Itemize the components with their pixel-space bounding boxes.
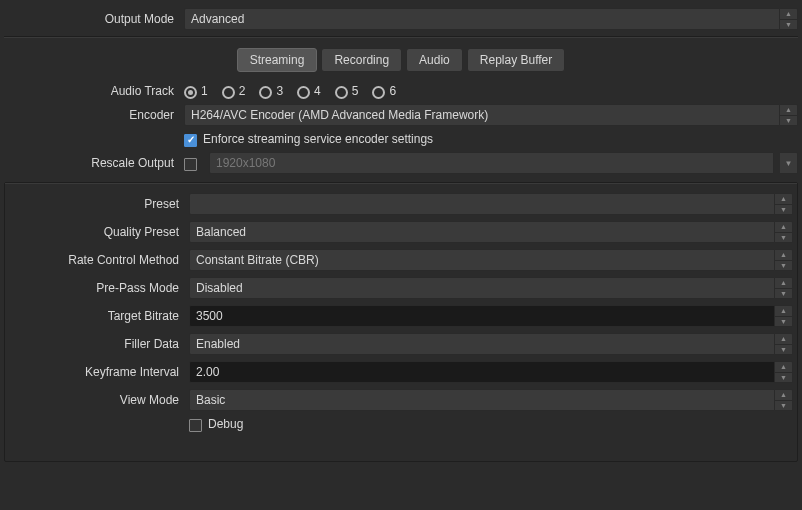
chevron-up-icon[interactable]: ▲ [780,9,797,20]
encoder-value: H264/AVC Encoder (AMD Advanced Media Fra… [191,108,488,122]
chevron-up-icon[interactable]: ▲ [775,390,792,401]
prepass-label: Pre-Pass Mode [9,281,189,295]
chevron-up-icon[interactable]: ▲ [775,362,792,373]
radio-icon[interactable] [335,86,348,99]
chevron-up-icon[interactable]: ▲ [775,278,792,289]
chevron-up-icon[interactable]: ▲ [775,194,792,205]
filler-data-label: Filler Data [9,337,189,351]
rescale-checkbox[interactable] [184,158,197,171]
rate-control-label: Rate Control Method [9,253,189,267]
rescale-input: 1920x1080 [209,152,774,174]
target-bitrate-label: Target Bitrate [9,309,189,323]
tab-audio[interactable]: Audio [406,48,463,72]
rate-control-select[interactable]: Constant Bitrate (CBR) [189,249,775,271]
encoder-spinner[interactable]: ▲ ▼ [780,104,798,126]
preset-spinner[interactable]: ▲ ▼ [775,193,793,215]
target-bitrate-value: 3500 [196,309,223,323]
tab-streaming[interactable]: Streaming [237,48,318,72]
view-mode-value: Basic [196,393,225,407]
quality-preset-value: Balanced [196,225,246,239]
debug-label: Debug [208,417,243,431]
preset-label: Preset [9,197,189,211]
audio-track-option-3[interactable]: 3 [259,84,283,98]
rate-control-value: Constant Bitrate (CBR) [196,253,319,267]
divider [4,36,798,38]
audio-track-option-5[interactable]: 5 [335,84,359,98]
radio-icon[interactable] [372,86,385,99]
chevron-down-icon[interactable]: ▼ [780,116,797,126]
chevron-up-icon[interactable]: ▲ [780,105,797,116]
radio-icon[interactable] [259,86,272,99]
chevron-down-icon[interactable]: ▼ [775,205,792,215]
quality-preset-label: Quality Preset [9,225,189,239]
output-mode-select[interactable]: Advanced [184,8,780,30]
checkbox-icon[interactable] [189,419,202,432]
view-mode-spinner[interactable]: ▲ ▼ [775,389,793,411]
prepass-select[interactable]: Disabled [189,277,775,299]
audio-track-option-4[interactable]: 4 [297,84,321,98]
chevron-up-icon[interactable]: ▲ [775,306,792,317]
encoder-select[interactable]: H264/AVC Encoder (AMD Advanced Media Fra… [184,104,780,126]
output-mode-value: Advanced [191,12,244,26]
rescale-placeholder: 1920x1080 [216,156,275,170]
filler-data-select[interactable]: Enabled [189,333,775,355]
audio-track-option-2[interactable]: 2 [222,84,246,98]
chevron-down-icon[interactable]: ▼ [775,401,792,411]
encoder-settings-group: Preset ▲ ▼ Quality Preset Balanced ▲ ▼ R… [4,182,798,462]
keyframe-interval-value: 2.00 [196,365,219,379]
audio-track-group: 1 2 3 4 5 6 [184,84,396,98]
radio-icon[interactable] [184,86,197,99]
audio-track-option-6[interactable]: 6 [372,84,396,98]
keyframe-interval-label: Keyframe Interval [9,365,189,379]
view-mode-select[interactable]: Basic [189,389,775,411]
tab-replay-buffer[interactable]: Replay Buffer [467,48,566,72]
chevron-down-icon[interactable]: ▼ [775,261,792,271]
radio-icon[interactable] [222,86,235,99]
rescale-dropdown-arrow[interactable]: ▼ [780,152,798,174]
output-tabs: Streaming Recording Audio Replay Buffer [4,48,798,72]
chevron-down-icon[interactable]: ▼ [775,233,792,243]
enforce-label: Enforce streaming service encoder settin… [203,132,433,146]
target-bitrate-spinner[interactable]: ▲ ▼ [775,305,793,327]
chevron-down-icon[interactable]: ▼ [775,345,792,355]
output-mode-spinner[interactable]: ▲ ▼ [780,8,798,30]
chevron-down-icon[interactable]: ▼ [780,20,797,30]
target-bitrate-input[interactable]: 3500 [189,305,775,327]
output-mode-label: Output Mode [4,12,184,26]
chevron-down-icon[interactable]: ▼ [775,373,792,383]
tab-recording[interactable]: Recording [321,48,402,72]
audio-track-option-1[interactable]: 1 [184,84,208,98]
filler-data-value: Enabled [196,337,240,351]
prepass-spinner[interactable]: ▲ ▼ [775,277,793,299]
chevron-up-icon[interactable]: ▲ [775,250,792,261]
quality-preset-spinner[interactable]: ▲ ▼ [775,221,793,243]
preset-select[interactable] [189,193,775,215]
debug-checkbox[interactable]: Debug [189,417,243,431]
keyframe-interval-spinner[interactable]: ▲ ▼ [775,361,793,383]
radio-icon[interactable] [297,86,310,99]
filler-data-spinner[interactable]: ▲ ▼ [775,333,793,355]
rescale-label: Rescale Output [4,156,184,170]
chevron-up-icon[interactable]: ▲ [775,334,792,345]
chevron-down-icon[interactable]: ▼ [775,289,792,299]
enforce-checkbox[interactable]: Enforce streaming service encoder settin… [184,132,433,146]
checkbox-icon[interactable] [184,134,197,147]
prepass-value: Disabled [196,281,243,295]
encoder-label: Encoder [4,108,184,122]
rate-control-spinner[interactable]: ▲ ▼ [775,249,793,271]
quality-preset-select[interactable]: Balanced [189,221,775,243]
keyframe-interval-input[interactable]: 2.00 [189,361,775,383]
view-mode-label: View Mode [9,393,189,407]
audio-track-label: Audio Track [4,84,184,98]
chevron-down-icon[interactable]: ▼ [775,317,792,327]
chevron-up-icon[interactable]: ▲ [775,222,792,233]
